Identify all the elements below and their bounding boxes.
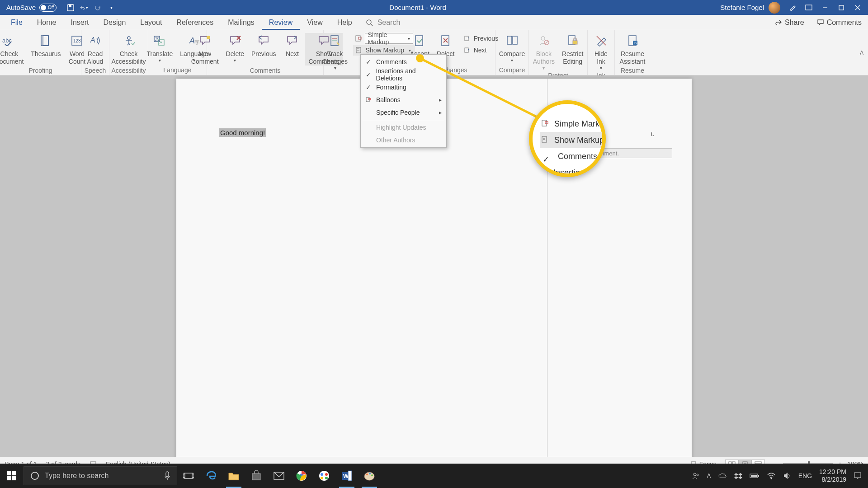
- taskbar-mail-icon[interactable]: [268, 464, 290, 488]
- hide-ink-button[interactable]: Hide Ink▾: [589, 33, 614, 70]
- callout-line: [416, 54, 547, 127]
- start-button[interactable]: [0, 464, 24, 488]
- thesaurus-button[interactable]: Thesaurus: [27, 33, 64, 58]
- redo-icon[interactable]: [94, 4, 102, 12]
- tab-insert[interactable]: Insert: [63, 15, 96, 30]
- svg-rect-12: [43, 36, 48, 46]
- svg-rect-77: [252, 474, 260, 480]
- svg-point-8: [367, 20, 371, 24]
- svg-rect-26: [331, 36, 338, 46]
- svg-rect-71: [12, 476, 16, 480]
- doc-title: Document1 - Word: [115, 4, 720, 11]
- svg-point-42: [541, 37, 545, 40]
- track-changes-button[interactable]: Track Changes▾: [320, 33, 350, 70]
- taskbar-search[interactable]: Type here to search: [24, 466, 177, 485]
- task-view-icon[interactable]: [177, 464, 200, 488]
- group-resume-label: Resume: [615, 66, 650, 75]
- onedrive-icon[interactable]: [718, 473, 727, 479]
- svg-point-90: [366, 474, 368, 475]
- share-button[interactable]: Share: [769, 19, 811, 27]
- translate-button[interactable]: 文ATranslate▾: [143, 33, 176, 63]
- callout-comments: ✓Comments: [540, 148, 606, 164]
- restrict-editing-button[interactable]: Restrict Editing: [558, 33, 587, 66]
- autosave-label: AutoSave: [6, 4, 36, 11]
- previous-change-button[interactable]: Previous: [461, 33, 500, 44]
- tab-review[interactable]: Review: [262, 15, 300, 30]
- new-comment-button[interactable]: New Comment: [188, 33, 222, 66]
- user-name: Stefanie Fogel: [720, 4, 764, 11]
- selected-text[interactable]: Good morning!: [219, 128, 266, 137]
- undo-icon[interactable]: ▾: [80, 4, 88, 12]
- volume-icon[interactable]: [783, 472, 791, 479]
- close-icon[interactable]: [854, 4, 862, 12]
- next-comment-button[interactable]: Next: [279, 33, 305, 58]
- markup-selector[interactable]: Simple Markup▾: [353, 33, 415, 44]
- svg-rect-30: [359, 37, 361, 39]
- taskbar-explorer-icon[interactable]: [222, 464, 245, 488]
- svg-rect-29: [356, 36, 360, 41]
- svg-text:A: A: [160, 40, 162, 45]
- qat-customize-icon[interactable]: ▾: [107, 4, 115, 12]
- svg-point-81: [319, 471, 329, 481]
- clock[interactable]: 12:20 PM8/2/2019: [819, 468, 846, 483]
- dropbox-icon[interactable]: [734, 472, 742, 479]
- delete-comment-button[interactable]: Delete▾: [222, 33, 248, 63]
- tab-view[interactable]: View: [300, 15, 330, 30]
- svg-line-9: [371, 24, 373, 26]
- language-abbrev[interactable]: ENG: [798, 472, 812, 479]
- svg-rect-74: [184, 473, 193, 479]
- previous-comment-button[interactable]: Previous: [248, 33, 279, 58]
- tab-mailings[interactable]: Mailings: [221, 15, 262, 30]
- battery-icon[interactable]: [750, 473, 760, 479]
- taskbar-word-icon[interactable]: W: [335, 464, 358, 488]
- svg-rect-68: [7, 471, 11, 475]
- svg-rect-99: [854, 473, 861, 478]
- taskbar-store-icon[interactable]: [245, 464, 268, 488]
- tab-references[interactable]: References: [169, 15, 221, 30]
- notes-icon[interactable]: [788, 4, 797, 12]
- resume-assistant-button[interactable]: inResume Assistant: [616, 33, 649, 66]
- tab-file[interactable]: File: [4, 15, 30, 30]
- taskbar-paint-icon[interactable]: [358, 464, 381, 488]
- svg-rect-34: [415, 36, 423, 46]
- svg-rect-46: [573, 41, 577, 44]
- group-comments-label: Comments: [207, 66, 323, 75]
- tab-layout[interactable]: Layout: [133, 15, 169, 30]
- comments-button[interactable]: Comments: [811, 19, 868, 27]
- search-icon[interactable]: [366, 19, 373, 26]
- taskbar-edge-icon[interactable]: [200, 464, 222, 488]
- svg-text:A: A: [90, 36, 95, 44]
- taskbar-app-icon[interactable]: [313, 464, 335, 488]
- check-document-button[interactable]: abcCheck Document: [0, 33, 27, 66]
- tray-expand-icon[interactable]: ᐱ: [707, 473, 711, 479]
- cortana-icon: [30, 471, 39, 480]
- read-aloud-button[interactable]: ARead Aloud: [83, 33, 108, 66]
- svg-text:123: 123: [73, 38, 81, 43]
- search-input[interactable]: Search: [377, 19, 401, 27]
- svg-rect-69: [12, 471, 16, 475]
- minimize-icon[interactable]: [821, 4, 829, 12]
- tab-design[interactable]: Design: [96, 15, 133, 30]
- notification-icon[interactable]: [854, 472, 862, 480]
- group-speech-label: Speech: [81, 66, 109, 75]
- tab-home[interactable]: Home: [30, 15, 64, 30]
- maximize-icon[interactable]: [837, 4, 845, 12]
- people-icon[interactable]: [692, 472, 700, 480]
- taskbar-chrome-icon[interactable]: [290, 464, 313, 488]
- user-account[interactable]: Stefanie Fogel: [720, 2, 780, 14]
- mic-icon[interactable]: [164, 471, 170, 480]
- autosave-toggle[interactable]: AutoSave Off: [6, 4, 57, 12]
- save-icon[interactable]: [66, 4, 75, 12]
- svg-line-53: [420, 58, 538, 117]
- taskbar: Type here to search W ᐱ ENG 12:20 PM8/2/…: [0, 464, 868, 488]
- svg-rect-54: [542, 120, 547, 126]
- svg-point-84: [321, 477, 323, 479]
- collapse-ribbon-icon[interactable]: ᐱ: [860, 50, 863, 56]
- svg-rect-96: [758, 475, 759, 477]
- svg-rect-40: [507, 36, 512, 44]
- tab-help[interactable]: Help: [330, 15, 359, 30]
- svg-line-44: [545, 41, 548, 44]
- svg-point-85: [325, 477, 328, 479]
- ribbon-mode-icon[interactable]: [805, 4, 813, 12]
- wifi-icon[interactable]: [767, 472, 776, 479]
